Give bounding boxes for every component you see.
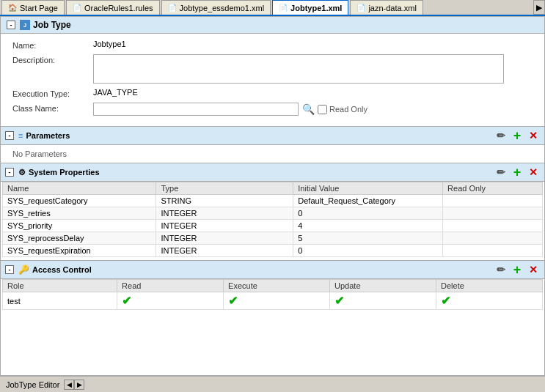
table-row[interactable]: SYS_requestExpiration INTEGER 0 bbox=[3, 245, 543, 257]
job-type-collapse-btn[interactable]: - bbox=[7, 21, 15, 29]
sys-readonly-cell bbox=[443, 195, 543, 207]
parameters-add-btn[interactable]: + bbox=[511, 129, 524, 142]
description-label: Description: bbox=[12, 54, 93, 64]
status-bar: JobType Editor ◀ ▶ bbox=[0, 376, 545, 392]
system-properties-title: System Properties bbox=[29, 168, 100, 177]
status-label: JobType Editor bbox=[6, 380, 59, 389]
ac-read-cell: ✔ bbox=[117, 292, 224, 310]
system-properties-remove-btn[interactable]: ✕ bbox=[527, 166, 540, 179]
sys-initial-cell: 0 bbox=[293, 245, 443, 257]
checkmark-icon: ✔ bbox=[334, 295, 344, 307]
class-name-row: Class Name: 🔍 Read Only bbox=[12, 103, 533, 116]
sys-name-cell: SYS_requestExpiration bbox=[3, 245, 156, 257]
tab-start-page-label: Start Page bbox=[20, 4, 58, 12]
sys-col-readonly: Read Only bbox=[443, 182, 543, 195]
sys-type-cell: INTEGER bbox=[156, 232, 293, 245]
access-control-edit-btn[interactable]: ✏ bbox=[494, 263, 508, 276]
system-properties-table-container: Name Type Initial Value Read Only SYS_re… bbox=[1, 182, 544, 257]
parameters-icon: ≡ bbox=[18, 131, 23, 140]
ac-col-role: Role bbox=[3, 280, 117, 292]
description-row: Description: bbox=[12, 54, 533, 84]
name-value: Jobtype1 bbox=[93, 40, 126, 48]
scroll-left-btn[interactable]: ◀ bbox=[64, 380, 74, 390]
class-name-label: Class Name: bbox=[12, 103, 93, 113]
table-row[interactable]: SYS_retries INTEGER 0 bbox=[3, 207, 543, 220]
system-properties-table: Name Type Initial Value Read Only SYS_re… bbox=[2, 182, 543, 257]
parameters-remove-btn[interactable]: ✕ bbox=[527, 129, 540, 142]
system-properties-section-header: - ⚙ System Properties ✏ + ✕ bbox=[1, 163, 544, 182]
execution-type-label: Execution Type: bbox=[12, 88, 93, 98]
access-control-table-container: Role Read Execute Update Delete test ✔ ✔… bbox=[1, 279, 544, 310]
system-properties-add-btn[interactable]: + bbox=[511, 166, 524, 179]
job-type-icon: J bbox=[20, 20, 30, 30]
sys-type-cell: INTEGER bbox=[156, 207, 293, 220]
ac-update-cell: ✔ bbox=[330, 292, 436, 310]
oracle-rules-icon: 📄 bbox=[73, 4, 81, 12]
readonly-checkbox-container: Read Only bbox=[318, 105, 367, 114]
access-control-collapse-btn[interactable]: - bbox=[5, 265, 14, 274]
parameters-actions: ✏ + ✕ bbox=[494, 129, 540, 142]
sys-name-cell: SYS_requestCategory bbox=[3, 195, 156, 207]
tab-oracle-rules[interactable]: 📄 OracleRules1.rules bbox=[66, 0, 160, 15]
form-area: Name: Jobtype1 Description: Execution Ty… bbox=[1, 34, 544, 126]
tab-start-page[interactable]: 🏠 Start Page bbox=[1, 0, 65, 15]
scroll-right-btn[interactable]: ▶ bbox=[74, 380, 84, 390]
sys-type-cell: INTEGER bbox=[156, 220, 293, 232]
jazn-data-icon: 📄 bbox=[356, 4, 365, 12]
table-row[interactable]: test ✔ ✔ ✔ ✔ bbox=[3, 292, 543, 310]
parameters-collapse-btn[interactable]: - bbox=[5, 131, 14, 140]
ac-col-update: Update bbox=[330, 280, 436, 292]
no-parameters-text: No Parameters bbox=[1, 145, 544, 163]
system-properties-icon: ⚙ bbox=[18, 168, 26, 177]
access-control-add-btn[interactable]: + bbox=[511, 263, 524, 276]
job-type-header: - J Job Type bbox=[1, 17, 544, 34]
parameters-section-header: - ≡ Parameters ✏ + ✕ bbox=[1, 126, 544, 145]
ac-col-delete: Delete bbox=[436, 280, 543, 292]
sys-readonly-cell bbox=[443, 220, 543, 232]
tab-jobtype1[interactable]: 📄 Jobtype1.xml bbox=[272, 0, 348, 15]
class-name-input[interactable] bbox=[93, 103, 299, 116]
main-content: - J Job Type Name: Jobtype1 Description:… bbox=[0, 16, 545, 376]
sys-name-cell: SYS_priority bbox=[3, 220, 156, 232]
readonly-checkbox[interactable] bbox=[318, 105, 327, 114]
job-type-title: Job Type bbox=[33, 20, 71, 30]
table-row[interactable]: SYS_reprocessDelay INTEGER 5 bbox=[3, 232, 543, 245]
sys-initial-cell: 5 bbox=[293, 232, 443, 245]
checkmark-icon: ✔ bbox=[441, 295, 450, 307]
system-properties-actions: ✏ + ✕ bbox=[494, 166, 540, 179]
access-control-section-header: - 🔑 Access Control ✏ + ✕ bbox=[1, 260, 544, 279]
table-row[interactable]: SYS_priority INTEGER 4 bbox=[3, 220, 543, 232]
parameters-title: Parameters bbox=[26, 131, 70, 140]
sys-readonly-cell bbox=[443, 245, 543, 257]
table-row[interactable]: SYS_requestCategory STRING Default_Reque… bbox=[3, 195, 543, 207]
execution-type-row: Execution Type: JAVA_TYPE bbox=[12, 88, 533, 98]
tab-jobtype-essdemo-label: Jobtype_essdemo1.xml bbox=[180, 4, 265, 12]
sys-col-name: Name bbox=[3, 182, 156, 195]
sys-name-cell: SYS_retries bbox=[3, 207, 156, 220]
tab-jobtype-essdemo[interactable]: 📄 Jobtype_essdemo1.xml bbox=[161, 0, 271, 15]
sys-readonly-cell bbox=[443, 232, 543, 245]
tab-jobtype1-label: Jobtype1.xml bbox=[290, 4, 342, 12]
system-properties-collapse-btn[interactable]: - bbox=[5, 168, 14, 177]
checkmark-icon: ✔ bbox=[122, 295, 131, 307]
class-name-controls: 🔍 Read Only bbox=[93, 103, 367, 116]
checkmark-icon: ✔ bbox=[228, 295, 238, 307]
ac-col-execute: Execute bbox=[224, 280, 330, 292]
access-control-table: Role Read Execute Update Delete test ✔ ✔… bbox=[2, 279, 543, 310]
sys-col-type: Type bbox=[156, 182, 293, 195]
tab-jazn-data[interactable]: 📄 jazn-data.xml bbox=[350, 0, 423, 15]
search-icon[interactable]: 🔍 bbox=[301, 103, 315, 116]
tab-scroll-right-btn[interactable]: ▶ bbox=[533, 0, 545, 15]
access-control-title: Access Control bbox=[32, 265, 92, 274]
system-properties-edit-btn[interactable]: ✏ bbox=[494, 166, 508, 179]
access-control-remove-btn[interactable]: ✕ bbox=[527, 263, 540, 276]
access-control-icon: 🔑 bbox=[18, 265, 29, 275]
sys-initial-cell: Default_Request_Category bbox=[293, 195, 443, 207]
access-control-actions: ✏ + ✕ bbox=[494, 263, 540, 276]
sys-initial-cell: 0 bbox=[293, 207, 443, 220]
name-label: Name: bbox=[12, 40, 93, 50]
sys-readonly-cell bbox=[443, 207, 543, 220]
description-input[interactable] bbox=[93, 54, 504, 84]
parameters-edit-btn[interactable]: ✏ bbox=[494, 129, 508, 142]
sys-type-cell: INTEGER bbox=[156, 245, 293, 257]
